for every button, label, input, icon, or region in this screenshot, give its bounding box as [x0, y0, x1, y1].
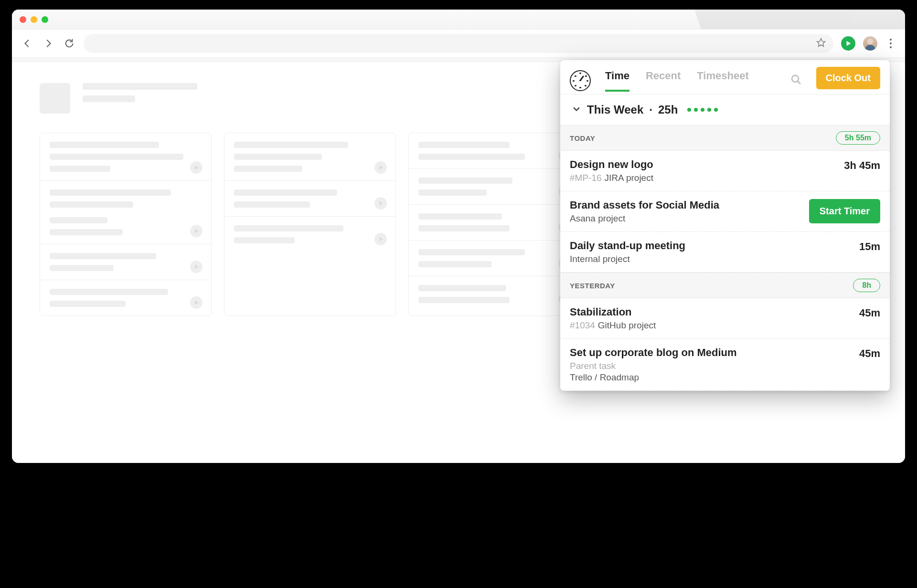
address-bar[interactable]: [84, 34, 833, 53]
popup-header: Time Recent Timesheet Clock Out: [560, 60, 890, 94]
clock-out-button[interactable]: Clock Out: [816, 67, 880, 89]
entry-duration: 45m: [859, 347, 880, 360]
entry-project: GitHub project: [598, 320, 656, 330]
window-titlebar: [12, 10, 905, 30]
browser-menu-button[interactable]: [885, 39, 896, 48]
entry-tag: #MP-16: [570, 173, 602, 183]
entry-title: Daily stand-up meeting: [570, 240, 685, 252]
section-total-pill: 5h 55m: [836, 131, 880, 145]
bookmark-star-icon[interactable]: [816, 38, 826, 49]
entry-parent-task: Parent task: [570, 361, 737, 371]
back-button[interactable]: [21, 37, 34, 50]
svg-line-3: [798, 81, 800, 84]
window-controls: [20, 16, 48, 23]
maximize-window-button[interactable]: [42, 16, 48, 23]
entry-title: Stabilization: [570, 306, 656, 318]
popup-tabs: Time Recent Timesheet: [605, 70, 776, 92]
entry-project: Internal project: [570, 254, 630, 264]
tab-recent[interactable]: Recent: [646, 70, 681, 92]
time-entry[interactable]: Daily stand-up meetingInternal project15…: [560, 232, 890, 273]
forward-button[interactable]: [42, 37, 55, 50]
reload-button[interactable]: [63, 37, 76, 50]
entry-tag: #1034: [570, 320, 595, 330]
section-header: TODAY5h 55m: [560, 125, 890, 151]
section-total-pill: 8h: [853, 279, 880, 292]
close-window-button[interactable]: [20, 16, 26, 23]
entry-duration: 15m: [859, 241, 880, 253]
week-summary-row[interactable]: This Week · 25h: [560, 94, 890, 125]
timer-extension-popup: Time Recent Timesheet Clock Out This Wee…: [560, 60, 890, 391]
entry-duration: 3h 45m: [844, 159, 880, 172]
entry-title: Brand assets for Social Media: [570, 199, 719, 211]
section-label: TODAY: [570, 134, 595, 142]
search-icon[interactable]: [790, 74, 802, 87]
section-header: YESTERDAY8h: [560, 273, 890, 298]
entry-project: Asana project: [570, 213, 625, 223]
time-entry[interactable]: Stabilization#1034GitHub project45m: [560, 298, 890, 339]
entry-project: Trello / Roadmap: [570, 372, 639, 382]
time-entry[interactable]: Design new logo#MP-16JIRA project3h 45m: [560, 151, 890, 191]
browser-toolbar: [12, 30, 905, 57]
svg-marker-0: [817, 39, 825, 47]
week-label: This Week: [587, 103, 643, 116]
start-timer-button[interactable]: Start Timer: [809, 199, 880, 223]
entry-duration: 45m: [859, 307, 880, 319]
week-activity-dots: [687, 108, 718, 112]
time-entry[interactable]: Brand assets for Social MediaAsana proje…: [560, 191, 890, 232]
app-logo-icon: [570, 70, 591, 91]
browser-window: Time Recent Timesheet Clock Out This Wee…: [12, 10, 905, 463]
profile-avatar[interactable]: [863, 36, 877, 51]
week-total: 25h: [658, 103, 678, 116]
tab-time[interactable]: Time: [605, 70, 629, 92]
svg-marker-1: [847, 41, 851, 46]
entry-title: Design new logo: [570, 158, 653, 171]
chevron-down-icon: [572, 103, 581, 116]
entry-title: Set up corporate blog on Medium: [570, 346, 737, 359]
svg-point-2: [792, 75, 799, 82]
play-icon: [845, 40, 852, 47]
page-content: Time Recent Timesheet Clock Out This Wee…: [12, 62, 905, 463]
week-separator: ·: [649, 103, 652, 116]
section-label: YESTERDAY: [570, 282, 615, 290]
titlebar-decoration: [548, 10, 905, 29]
time-entry[interactable]: Set up corporate blog on MediumParent ta…: [560, 339, 890, 391]
entry-project: JIRA project: [605, 173, 653, 183]
tab-timesheet[interactable]: Timesheet: [697, 70, 748, 92]
extension-button[interactable]: [841, 36, 855, 51]
minimize-window-button[interactable]: [31, 16, 37, 23]
